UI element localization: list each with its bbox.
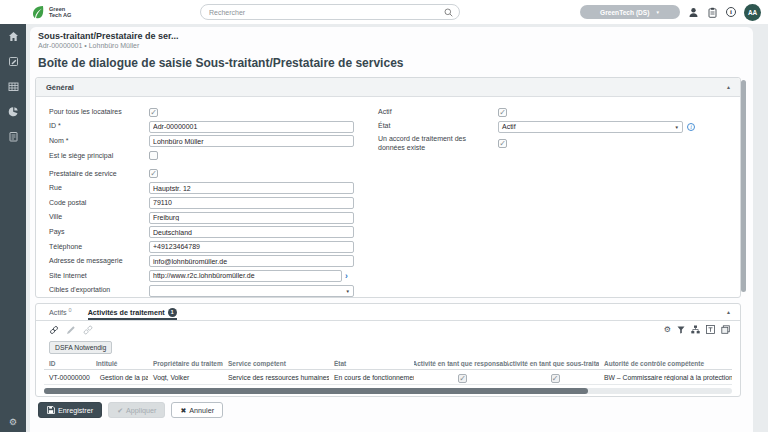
activities-tabbar: Actifs0 Activités de traitement 1 ▲ — [36, 304, 740, 321]
field-label-etat: État — [378, 122, 498, 130]
field-label-cibles-d-exportation: Cibles d'exportation — [49, 286, 149, 294]
input-nom[interactable] — [149, 135, 354, 147]
open-url-icon[interactable]: › — [345, 272, 348, 281]
column-chooser-icon[interactable] — [706, 325, 715, 334]
input-code-postal[interactable] — [149, 197, 354, 209]
vertical-scrollbar[interactable] — [741, 80, 746, 292]
sidebar-item-table[interactable] — [0, 74, 26, 99]
checkbox-pour-tous-les-locataires[interactable]: ✓ — [149, 108, 158, 117]
table-cell: _Gestion de la paie — [91, 374, 148, 381]
section-general-header[interactable]: Général ▲ — [36, 78, 740, 97]
edit-icon[interactable] — [66, 325, 76, 335]
input-pays[interactable] — [149, 226, 354, 238]
field-label-prestataire-de-service: Prestataire de service — [49, 170, 149, 178]
logo-line-2: Tech AG — [49, 12, 71, 18]
select-etat[interactable]: Actif▼ — [498, 121, 683, 133]
field-label-nom: Nom * — [49, 137, 149, 145]
sidebar-item-document[interactable] — [0, 124, 26, 149]
column-header-id[interactable]: ID — [44, 360, 91, 367]
form-row-un-accord-de-traitement-des-donnees-existe: Un accord de traitement des données exis… — [378, 135, 738, 152]
tab-actifs[interactable]: Actifs0 — [49, 304, 72, 320]
field-label-est-le-siege-principal: Est le siège principal — [49, 152, 149, 160]
form-row-prestataire-de-service: Prestataire de service✓ — [49, 168, 374, 180]
checkbox-un-accord-de-traitement-des-donnees-existe[interactable]: ✓ — [498, 139, 507, 148]
table-body: VT-00000000_Gestion de la paieVogt, Volk… — [44, 370, 732, 385]
search-icon[interactable] — [444, 8, 453, 17]
checkbox-prestataire-de-service[interactable]: ✓ — [149, 169, 158, 178]
input-id[interactable] — [149, 121, 354, 133]
form-icon — [8, 56, 19, 67]
link-icon[interactable] — [49, 325, 59, 335]
form-row-pays: Pays — [49, 226, 374, 238]
tenant-selector-button[interactable]: GreenTech (DS) ▼ — [580, 5, 680, 19]
input-adresse-de-messagerie[interactable] — [149, 255, 354, 267]
general-fields-left: Pour tous les locataires✓ID *Nom *Est le… — [49, 106, 374, 299]
sidebar-item-home[interactable] — [0, 24, 26, 49]
home-icon — [8, 31, 19, 42]
row-checkbox: ✓ — [551, 374, 560, 383]
section-general: Général ▲ Pour tous les locataires✓ID *N… — [35, 77, 741, 298]
filter-icon[interactable] — [677, 326, 685, 334]
check-icon: ✔ — [117, 407, 123, 414]
column-header-activite-en-tant-que-sous-traitant[interactable]: Activité en tant que sous-traitant — [508, 360, 599, 367]
info-icon[interactable]: i — [726, 7, 736, 17]
column-header-intitule[interactable]: Intitulé — [91, 360, 148, 367]
checkbox-actif[interactable]: ✓ — [498, 108, 507, 117]
user-icon[interactable] — [688, 7, 699, 18]
column-header-autorite-de-controle-competente[interactable]: Autorité de contrôle compétente — [599, 360, 732, 367]
cancel-button[interactable]: ✖ Annuler — [171, 402, 223, 418]
save-button[interactable]: Enregistrer — [38, 402, 102, 418]
hierarchy-icon[interactable] — [691, 325, 700, 334]
input-telephone[interactable] — [149, 241, 354, 253]
column-header-activite-en-tant-que-responsable[interactable]: Activité en tant que responsable — [414, 360, 508, 367]
collapse-up-icon[interactable]: ▲ — [726, 309, 731, 315]
tab-activites-de-traitement[interactable]: Activités de traitement 1 — [88, 304, 177, 320]
page-title: Boîte de dialogue de saisie Sous-traitan… — [38, 56, 403, 70]
apply-label: Appliquer — [126, 406, 156, 415]
table-cell: VT-00000000 — [44, 374, 91, 381]
table-cell: Service des ressources humaines (RH) — [223, 374, 329, 381]
column-header-etat[interactable]: État — [329, 360, 414, 367]
unlink-icon[interactable] — [83, 325, 93, 335]
tenant-label: GreenTech (DS) — [600, 9, 649, 16]
input-rue[interactable] — [149, 182, 354, 194]
horizontal-scrollbar[interactable] — [44, 388, 732, 394]
toolbar-right: ⚙ — [664, 325, 730, 334]
tasks-icon[interactable] — [707, 7, 718, 18]
table-cell: ✓ — [508, 371, 599, 383]
sidebar-item-form[interactable] — [0, 49, 26, 74]
table-cell: En cours de fonctionnement — [329, 374, 414, 381]
form-row-id: ID * — [49, 121, 374, 133]
tab-activites-label: Activités de traitement — [88, 308, 165, 317]
column-header-proprietaire-du-traitement[interactable]: Propriétaire du traitement — [148, 360, 223, 367]
select-cibles-d-exportation[interactable]: ▼ — [149, 285, 354, 297]
tab-actifs-label: Actifs — [49, 308, 67, 317]
table-row[interactable]: VT-00000000_Gestion de la paieVogt, Volk… — [44, 370, 732, 385]
settings-icon[interactable]: ⚙ — [0, 417, 26, 427]
table-settings-icon[interactable]: ⚙ — [664, 326, 671, 334]
top-header: Green Tech AG GreenTech (DS) ▼ i AA — [0, 0, 768, 24]
sidebar-item-pie-chart[interactable] — [0, 99, 26, 124]
table-toolbar: ⚙ — [49, 325, 732, 336]
breadcrumb-title: Sous-traitant/Prestataire de ser... — [38, 31, 179, 41]
apply-button[interactable]: ✔ Appliquer — [108, 402, 165, 418]
column-header-service-competent[interactable]: Service compétent — [223, 360, 329, 367]
checkbox-est-le-siege-principal[interactable] — [149, 151, 158, 160]
input-site-internet[interactable] — [149, 270, 342, 282]
cancel-label: Annuler — [189, 406, 214, 415]
field-label-site-internet: Site Internet — [49, 272, 149, 280]
save-label: Enregistrer — [58, 406, 93, 415]
layers-icon[interactable] — [721, 325, 730, 334]
search-input[interactable] — [209, 9, 444, 16]
avatar[interactable]: AA — [744, 4, 761, 21]
field-info-icon[interactable]: i — [687, 123, 695, 131]
collapse-up-icon[interactable]: ▲ — [726, 84, 731, 90]
filter-chip-dsfa[interactable]: DSFA Notwendig — [49, 341, 112, 354]
input-ville[interactable] — [149, 212, 354, 224]
horizontal-scrollbar-thumb[interactable] — [44, 388, 588, 394]
global-search[interactable] — [200, 4, 460, 20]
close-icon: ✖ — [180, 407, 186, 414]
chevron-down-icon: ▼ — [675, 124, 679, 129]
field-label-pour-tous-les-locataires: Pour tous les locataires — [49, 108, 149, 116]
logo[interactable]: Green Tech AG — [30, 4, 71, 20]
